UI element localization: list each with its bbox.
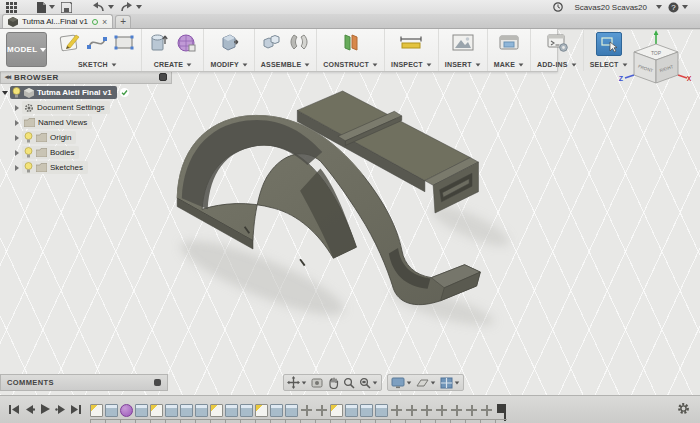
app-grid-icon[interactable] <box>6 2 17 13</box>
expand-icon[interactable] <box>15 105 19 111</box>
extrude-icon[interactable] <box>148 31 170 57</box>
timeline-feature-move[interactable] <box>405 404 418 417</box>
expand-icon[interactable] <box>15 120 19 126</box>
undo-caret-icon[interactable] <box>108 5 114 9</box>
grid-caret-icon[interactable] <box>431 381 436 384</box>
make-menu[interactable]: MAKE <box>494 61 524 68</box>
browser-root-row[interactable]: Tutma Aleti Final v1 <box>0 86 172 99</box>
timeline-feature-extrude[interactable] <box>180 404 193 417</box>
bulb-icon[interactable] <box>24 162 33 173</box>
bulb-icon[interactable] <box>24 147 33 158</box>
help-icon[interactable]: ? <box>668 2 688 13</box>
play-button[interactable] <box>39 401 51 419</box>
sketch-menu[interactable]: SKETCH <box>78 61 117 68</box>
timeline-feature-move[interactable] <box>435 404 448 417</box>
select-cursor-icon[interactable] <box>596 32 622 56</box>
timeline-feature-extrude[interactable] <box>345 404 358 417</box>
browser-row-sketches[interactable]: Sketches <box>0 161 172 174</box>
save-icon[interactable] <box>61 2 72 13</box>
expand-icon[interactable] <box>15 150 19 156</box>
new-tab-button[interactable] <box>115 15 131 28</box>
notifications-clock-icon[interactable] <box>553 2 563 12</box>
create-sketch-icon[interactable] <box>59 31 81 57</box>
select-menu[interactable]: SELECT <box>590 61 628 68</box>
press-pull-icon[interactable] <box>218 31 240 57</box>
file-caret-icon[interactable] <box>49 5 55 9</box>
file-icon[interactable] <box>37 2 55 13</box>
user-account[interactable]: Scavas20 Scavas20 <box>575 3 648 12</box>
insert-image-icon[interactable] <box>451 31 475 57</box>
browser-row-origin[interactable]: Origin <box>0 131 172 144</box>
display-settings-icon[interactable] <box>391 377 412 389</box>
orbit-icon[interactable] <box>287 376 307 389</box>
timeline-feature-sketch[interactable] <box>255 404 268 417</box>
construct-menu[interactable]: CONSTRUCT <box>323 61 378 68</box>
display-caret-icon[interactable] <box>407 381 412 384</box>
browser-row-document-settings[interactable]: Document Settings <box>0 101 172 114</box>
timeline-feature-sketch[interactable] <box>210 404 223 417</box>
timeline-feature-sketch[interactable] <box>90 404 103 417</box>
fit-icon[interactable] <box>359 377 378 389</box>
browser-row-bodies[interactable]: Bodies <box>0 146 172 159</box>
browser-collapse-icon[interactable] <box>5 73 10 81</box>
timeline-position-marker[interactable] <box>497 404 507 419</box>
timeline-feature-move[interactable] <box>420 404 433 417</box>
inspect-menu[interactable]: INSPECT <box>391 61 432 68</box>
timeline-feature-extrude[interactable] <box>105 404 118 417</box>
timeline-feature-extrude[interactable] <box>285 404 298 417</box>
tab-close-icon[interactable] <box>102 18 107 26</box>
timeline-feature-extrude[interactable] <box>195 404 208 417</box>
construction-plane-icon[interactable] <box>340 31 362 57</box>
go-to-end-button[interactable] <box>70 401 82 419</box>
scripts-addins-icon[interactable] <box>545 31 569 57</box>
insert-menu[interactable]: INSERT <box>445 61 481 68</box>
new-component-icon[interactable] <box>261 31 283 57</box>
timeline-feature-move[interactable] <box>450 404 463 417</box>
undo-icon[interactable] <box>92 2 114 12</box>
timeline-feature-extrude[interactable] <box>165 404 178 417</box>
redo-caret-icon[interactable] <box>136 5 142 9</box>
pan-icon[interactable] <box>327 377 339 389</box>
help-caret-icon[interactable] <box>682 5 688 9</box>
fit-caret-icon[interactable] <box>373 381 378 384</box>
workspace-selector[interactable]: MODEL <box>6 32 47 67</box>
timeline-ruler[interactable] <box>90 419 507 423</box>
browser-row-named-views[interactable]: Named Views <box>0 116 172 129</box>
measure-icon[interactable] <box>398 31 424 57</box>
timeline-feature-move[interactable] <box>300 404 313 417</box>
joint-icon[interactable] <box>288 31 310 57</box>
step-back-button[interactable] <box>24 401 35 419</box>
modify-menu[interactable]: MODIFY <box>210 61 247 68</box>
timeline-feature-move[interactable] <box>480 404 493 417</box>
timeline-feature-form[interactable] <box>120 404 133 417</box>
step-forward-button[interactable] <box>55 401 66 419</box>
orbit-caret-icon[interactable] <box>302 381 307 384</box>
timeline-feature-extrude[interactable] <box>135 404 148 417</box>
timeline-settings-gear-icon[interactable] <box>677 401 690 419</box>
3d-print-icon[interactable] <box>497 31 521 57</box>
comments-bar[interactable]: COMMENTS <box>0 374 168 391</box>
expand-icon[interactable] <box>15 165 19 171</box>
form-icon[interactable] <box>175 31 197 57</box>
zoom-icon[interactable] <box>343 377 355 389</box>
timeline-feature-move[interactable] <box>390 404 403 417</box>
document-tab[interactable]: Tutma Al...Final v1 <box>2 14 113 28</box>
go-to-start-button[interactable] <box>8 401 20 419</box>
bulb-icon[interactable] <box>12 87 21 98</box>
assemble-menu[interactable]: ASSEMBLE <box>261 61 311 68</box>
comments-expand-icon[interactable] <box>154 379 161 386</box>
timeline-feature-extrude[interactable] <box>360 404 373 417</box>
rectangle-icon[interactable] <box>113 31 135 57</box>
expand-icon[interactable] <box>15 135 19 141</box>
viewports-icon[interactable] <box>440 377 460 389</box>
spline-icon[interactable] <box>86 31 108 57</box>
timeline-feature-move[interactable] <box>315 404 328 417</box>
expand-icon[interactable] <box>2 91 8 95</box>
browser-display-settings-icon[interactable] <box>159 73 167 81</box>
redo-icon[interactable] <box>120 2 142 12</box>
grid-snaps-icon[interactable] <box>416 377 436 389</box>
look-at-icon[interactable] <box>311 377 323 388</box>
bulb-icon[interactable] <box>24 132 33 143</box>
timeline-feature-extrude[interactable] <box>375 404 388 417</box>
create-menu[interactable]: CREATE <box>154 61 192 68</box>
